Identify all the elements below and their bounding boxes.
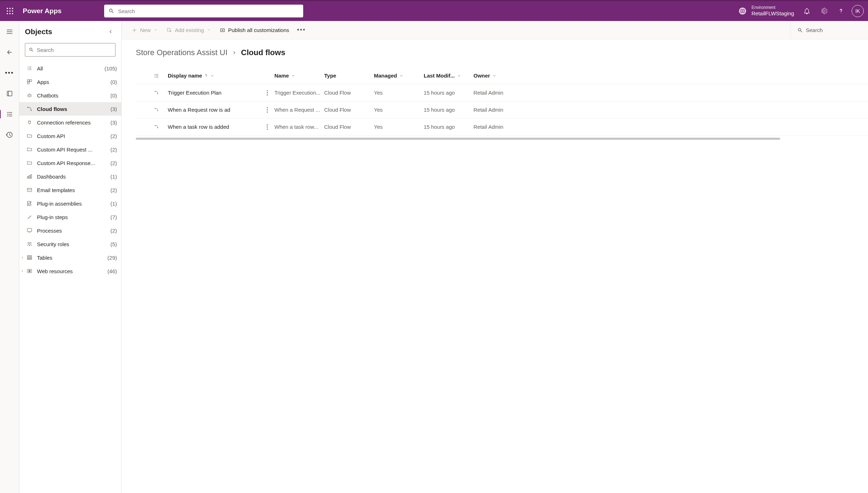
svg-point-14 [28,95,29,96]
rail-objects[interactable] [2,108,17,120]
more-commands-button[interactable]: ••• [294,26,309,34]
horizontal-scrollbar[interactable] [136,138,780,140]
sidebar-title: Objects [25,27,106,36]
search-icon [108,8,114,14]
tree-item-count: (7) [111,214,117,220]
gear-icon [820,7,827,15]
row-more-button[interactable] [260,90,274,96]
svg-rect-9 [7,91,12,96]
svg-point-17 [31,110,32,111]
tree-item-label: Plug-in assemblies [37,201,106,207]
svg-point-7 [9,13,11,15]
tree-item-all[interactable]: All(105) [19,62,121,75]
sidebar-search-input[interactable] [37,47,112,53]
sidebar-search[interactable] [25,43,116,57]
globe-icon [739,7,746,15]
tree-item-tables[interactable]: Tables(29) [19,251,121,264]
tree-item-count: (2) [111,228,117,234]
chevron-right-icon [20,256,25,259]
tree-item-security-roles[interactable]: Security roles(5) [19,237,121,251]
new-button[interactable]: New [128,24,161,37]
help-button[interactable] [832,2,850,20]
tree-item-apps[interactable]: Apps(0) [19,75,121,89]
rail-back[interactable] [2,47,17,58]
tree-item-plug-in-assemblies[interactable]: Plug-in assemblies(1) [19,197,121,210]
tree-item-count: (1) [111,174,117,180]
svg-rect-22 [27,228,32,232]
tree-item-count: (3) [111,120,117,126]
notifications-button[interactable] [798,2,815,20]
tree-item-cloud-flows[interactable]: Cloud flows(3) [19,102,121,116]
tree-item-plug-in-steps[interactable]: Plug-in steps(7) [19,210,121,224]
row-name: Trigger Execution... [274,90,324,96]
view-selector-icon[interactable] [154,73,168,79]
svg-rect-20 [31,175,32,179]
col-managed[interactable]: Managed [374,73,424,79]
search-icon [797,27,803,33]
tree-item-count: (5) [111,241,117,247]
rail-history[interactable] [2,129,17,141]
tree-item-processes[interactable]: Processes(2) [19,224,121,237]
publish-button[interactable]: Publish all customizations [216,24,293,37]
flow-icon [26,106,33,112]
table-icon [26,255,33,260]
svg-rect-11 [30,80,32,81]
row-name: When a task row... [274,124,324,130]
tree-item-custom-api-response-[interactable]: Custom API Response...(2) [19,156,121,170]
main-area: New Add existing Publish all customizati… [122,21,868,493]
rail-solution[interactable] [2,88,17,99]
col-name[interactable]: Name [274,73,324,79]
tree-item-label: Connection references [37,120,106,126]
content-search[interactable]: Search [791,21,862,39]
global-search[interactable] [104,5,303,17]
tree-item-chatbots[interactable]: Chatbots(0) [19,89,121,102]
row-more-button[interactable] [260,124,274,130]
breadcrumb-root[interactable]: Store Operations Assist UI [136,48,227,57]
global-search-input[interactable] [118,8,299,14]
svg-rect-28 [167,28,170,31]
rail-hamburger[interactable] [2,26,17,37]
row-name: When a Request ... [274,107,324,113]
tree-item-count: (2) [111,160,117,166]
sort-asc-icon [204,73,208,79]
row-type: Cloud Flow [324,90,374,96]
table-row[interactable]: When a Request row is adWhen a Request .… [136,101,868,118]
rail-overflow[interactable]: ••• [2,67,17,79]
svg-point-15 [30,95,30,96]
app-name: Power Apps [23,7,61,15]
svg-point-16 [27,107,28,108]
waffle-menu[interactable] [2,3,18,19]
collapse-sidebar-button[interactable] [106,27,116,37]
col-modified[interactable]: Last Modif... [424,73,473,79]
svg-point-32 [267,90,268,91]
settings-button[interactable] [815,2,832,20]
add-existing-label: Add existing [175,27,204,33]
tree-item-email-templates[interactable]: Email templates(2) [19,183,121,197]
tree-item-dashboards[interactable]: Dashboards(1) [19,170,121,183]
add-existing-button[interactable]: Add existing [163,24,215,37]
breadcrumb-current: Cloud flows [241,48,285,57]
table-row[interactable]: Trigger Execution PlanTrigger Execution.… [136,84,868,101]
svg-point-42 [267,124,268,125]
env-label: Environment [751,5,794,10]
tree-item-label: Cloud flows [37,106,106,112]
row-more-button[interactable] [260,107,274,113]
nav-rail: ••• [0,21,19,493]
user-avatar[interactable]: IK [852,5,864,17]
tree-item-web-resources[interactable]: Web resources(46) [19,264,121,278]
chevron-down-icon [207,27,211,33]
svg-point-1 [9,8,11,9]
chevron-down-icon [210,74,214,78]
col-owner[interactable]: Owner [473,73,523,79]
svg-point-37 [267,107,268,108]
tree-item-custom-api[interactable]: Custom API(2) [19,129,121,143]
objects-tree: All(105)Apps(0)Chatbots(0)Cloud flows(3)… [19,60,121,493]
tree-item-connection-references[interactable]: Connection references(3) [19,116,121,129]
col-display-name[interactable]: Display name [168,73,260,79]
table-row[interactable]: When a task row is addedWhen a task row.… [136,118,868,136]
publish-icon [220,27,225,33]
environment-picker[interactable]: Environment RetailFLWStaging [739,5,794,16]
help-icon [837,7,845,15]
col-type[interactable]: Type [324,73,374,79]
tree-item-custom-api-request-[interactable]: Custom API Request ...(2) [19,143,121,156]
